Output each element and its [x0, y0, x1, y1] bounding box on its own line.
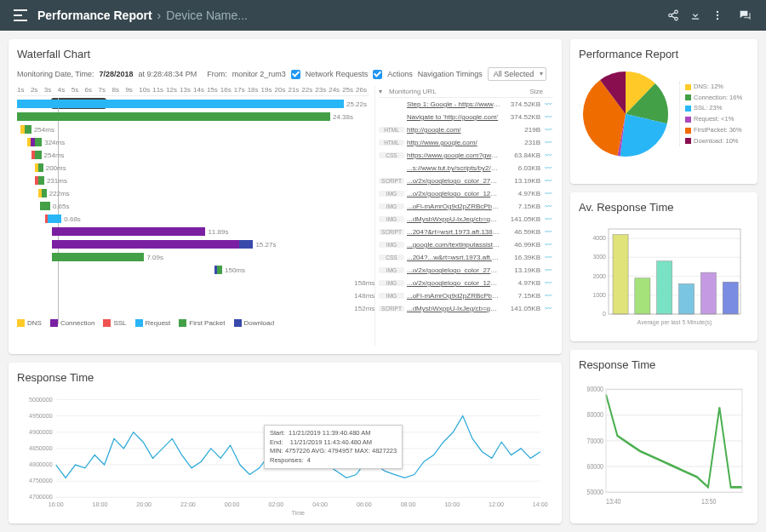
waterfall-row[interactable]: 254ms: [17, 149, 369, 161]
table-head-url: Monitoring URL: [389, 88, 506, 95]
table-row[interactable]: IMG...o/2x/googlelogo_color_272x92dp.png…: [379, 264, 553, 277]
share-icon[interactable]: [662, 4, 684, 26]
waterfall-chart[interactable]: 1s2s3s4s5s6s7s8s9s10s11s12s13s14s15s16s1…: [17, 86, 369, 346]
svg-text:13:40: 13:40: [606, 496, 621, 506]
waterfall-row[interactable]: 324ms: [17, 136, 369, 148]
svg-text:5000000: 5000000: [29, 395, 53, 403]
response-time-chart[interactable]: 4700000475000048000004850000490000049500…: [17, 391, 553, 515]
checkbox-actions[interactable]: [373, 70, 382, 79]
waterfall-row[interactable]: 200ms: [17, 162, 369, 174]
response-time-card: Response Time 47000004750000480000048500…: [9, 363, 562, 523]
waterfall-row[interactable]: 0.68s: [17, 213, 369, 225]
filter-from-value: monitor 2_rum3: [232, 70, 286, 78]
filter-date[interactable]: 7/28/2018: [100, 70, 134, 78]
waterfall-row[interactable]: 25.22s: [17, 98, 369, 110]
table-row[interactable]: IMG...oFl-mAmrOg9d2pZRBcPbocbnz6iNg7.15K…: [379, 289, 553, 302]
filter-from-label: From:: [207, 70, 227, 78]
svg-text:Time: Time: [291, 509, 305, 515]
checkbox-network[interactable]: [291, 70, 300, 79]
waterfall-row[interactable]: 222ms: [17, 187, 369, 199]
response-time-small-chart[interactable]: 500006000070000800009000013:4013:50: [579, 378, 749, 515]
table-row[interactable]: IMG...o/2x/googlelogo_color_120x44dp.png…: [379, 187, 553, 200]
perf-report-card: Performance Report DNS: 12%Connection: 1…: [570, 39, 757, 184]
svg-text:06:00: 06:00: [357, 501, 372, 508]
svg-text:4000: 4000: [592, 235, 606, 241]
waterfall-row[interactable]: 158ms: [17, 277, 369, 289]
svg-text:10:00: 10:00: [444, 501, 460, 508]
table-row[interactable]: SCRIPT...o/2x/googlelogo_color_272x92dp.…: [379, 174, 553, 187]
download-icon[interactable]: [684, 4, 706, 26]
svg-text:50000: 50000: [587, 487, 604, 496]
table-row[interactable]: IMG...oFl-mAmrOg9d2pZRBcPbocbnz6iNg7.15K…: [379, 200, 553, 213]
page-title: Performance Report: [37, 9, 152, 22]
filter-time: at 9:28:48:34 PM: [139, 70, 197, 78]
svg-rect-45: [657, 261, 672, 314]
waterfall-row[interactable]: 152ms: [17, 302, 369, 314]
table-row[interactable]: HTMLhttp://www.google.com/231B〰: [379, 136, 553, 149]
table-row[interactable]: Step 1: Google - https://www.google.com.…: [379, 98, 553, 111]
svg-text:4800000: 4800000: [29, 460, 53, 468]
response-time-small-card: Response Time 50000600007000080000900001…: [570, 350, 757, 523]
waterfall-row[interactable]: 148ms: [17, 289, 369, 301]
svg-point-2: [675, 17, 678, 20]
waterfall-legend: DNSConnectionSSLRequestFirst PacketDownl…: [17, 319, 369, 327]
svg-rect-43: [613, 235, 628, 314]
table-row[interactable]: HTMLhttp://google.com/219B〰: [379, 123, 553, 136]
perf-report-title: Performance Report: [579, 48, 749, 60]
checkbox-actions-label: Actions: [387, 70, 413, 78]
waterfall-row[interactable]: 254ms: [17, 123, 369, 135]
svg-text:20:00: 20:00: [136, 501, 151, 508]
waterfall-row[interactable]: 15.27s: [17, 238, 369, 250]
svg-text:0: 0: [603, 311, 606, 317]
waterfall-row[interactable]: 7.09s: [17, 251, 369, 263]
svg-rect-46: [679, 283, 695, 314]
svg-rect-48: [723, 282, 738, 314]
more-icon[interactable]: [706, 4, 729, 26]
table-row[interactable]: IMG...o/2x/googlelogo_color_120x44dp.png…: [379, 277, 553, 289]
chat-icon[interactable]: [734, 4, 756, 26]
table-row[interactable]: ...s://www.tut.by/scripts/by2/xgemius.js…: [379, 162, 553, 174]
waterfall-title: Waterfall Chart: [17, 48, 553, 60]
svg-text:80000: 80000: [587, 409, 604, 419]
menu-icon[interactable]: [10, 5, 31, 26]
waterfall-row[interactable]: 231ms: [17, 174, 369, 186]
svg-point-1: [669, 14, 672, 17]
response-time-small-title: Response Time: [579, 358, 749, 371]
svg-text:04:00: 04:00: [312, 501, 328, 508]
waterfall-filters: Monitoring Date, Time: 7/28/2018 at 9:28…: [17, 67, 553, 81]
nav-timings-select[interactable]: All Selected: [488, 67, 547, 81]
waterfall-row[interactable]: 150ms: [17, 264, 369, 276]
table-row[interactable]: CSS...204?...w&rt=wsrt.1973.aft.1381.prt…: [379, 251, 553, 264]
pie-chart[interactable]: [579, 67, 672, 161]
svg-text:90000: 90000: [587, 384, 604, 393]
svg-point-5: [717, 18, 718, 20]
table-row[interactable]: CSShttps://www.google.com?gws_rd=ssl63.8…: [379, 149, 553, 162]
svg-text:2000: 2000: [592, 273, 606, 279]
waterfall-axis: 1s2s3s4s5s6s7s8s9s10s11s12s13s14s15s16s1…: [17, 86, 369, 96]
avg-response-card: Av. Response Time 01000200030004000Avera…: [570, 192, 757, 341]
svg-point-4: [717, 14, 718, 16]
waterfall-row[interactable]: 11.89s: [17, 226, 369, 237]
waterfall-row[interactable]: 0.65s: [17, 200, 369, 212]
table-row[interactable]: SCRIPT...dMysbWxppU-IxJeg/cb=gapi.loaded…: [379, 302, 553, 315]
table-head-size: Size: [506, 88, 543, 95]
breadcrumb[interactable]: Device Name...: [166, 9, 248, 22]
avg-response-chart[interactable]: 01000200030004000Average per last 5 Minu…: [579, 220, 749, 331]
svg-text:4900000: 4900000: [29, 428, 53, 436]
waterfall-row[interactable]: 24.38s: [17, 111, 369, 123]
table-row[interactable]: IMG...google.com/textinputassistant/tia.…: [379, 238, 553, 251]
svg-text:16:00: 16:00: [49, 501, 64, 508]
filter-navtimings-label: Navigation Timings: [418, 70, 483, 78]
svg-text:60000: 60000: [587, 461, 604, 471]
breadcrumb-sep: ›: [157, 9, 162, 22]
table-row[interactable]: SCRIPT...204?&rt=wsrt.1973.aft.1381.prt.…: [379, 226, 553, 238]
svg-text:1000: 1000: [592, 292, 606, 298]
svg-text:70000: 70000: [587, 436, 604, 445]
top-bar: Performance Report › Device Name...: [0, 0, 766, 31]
svg-rect-44: [635, 278, 650, 314]
table-row[interactable]: IMG...dMysbWxppU-IxJeg/cb=gapi.loaded_01…: [379, 213, 553, 226]
table-row[interactable]: Navigate to 'http://google.com'374.52KB〰: [379, 111, 553, 123]
svg-rect-47: [700, 272, 716, 314]
pie-legend: DNS: 12%Connection: 16%SSL: 23%Request: …: [679, 82, 742, 147]
svg-text:14:00: 14:00: [533, 501, 548, 508]
